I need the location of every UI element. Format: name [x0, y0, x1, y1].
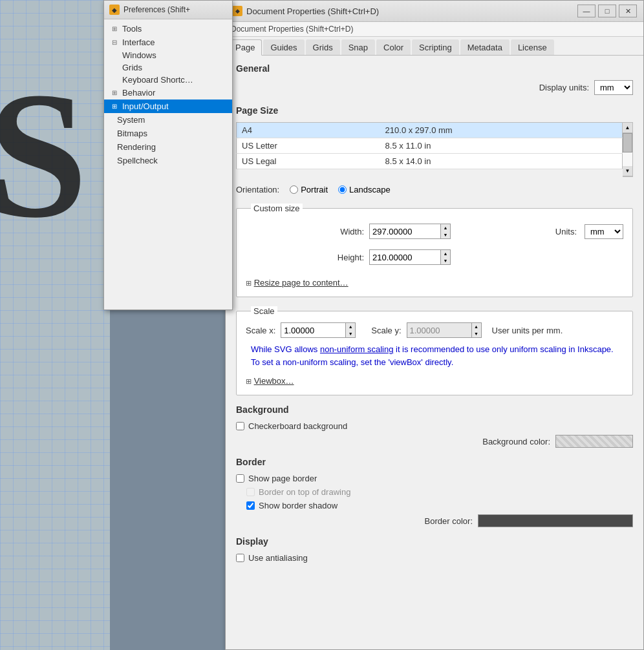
- units-label-right: Units:: [555, 227, 577, 236]
- size-dims-a4: 210.0 x 297.0 mm: [380, 123, 623, 138]
- display-section: Display Use antialiasing: [236, 536, 633, 563]
- docprops-title1: Document Properties (Shift+Ctrl+D): [246, 6, 379, 16]
- sidebar-item-spellcheck[interactable]: Spellcheck: [104, 154, 232, 167]
- scale-x-input-wrap: ▲ ▼: [281, 322, 356, 338]
- background-title: Background: [236, 404, 633, 415]
- sidebar-item-input-output[interactable]: ⊞ Input/Output: [104, 100, 232, 113]
- scale-y-increment-btn[interactable]: ▲: [472, 323, 481, 330]
- background-color-row: Background color:: [236, 435, 633, 448]
- width-decrement-btn[interactable]: ▼: [441, 231, 450, 238]
- table-row[interactable]: A4 210.0 x 297.0 mm: [237, 123, 623, 138]
- sidebar-item-tools[interactable]: ⊞ Tools: [104, 22, 232, 36]
- tab-scripting[interactable]: Scripting: [412, 39, 459, 55]
- border-color-swatch[interactable]: [478, 514, 633, 527]
- sidebar-item-keyboard[interactable]: Keyboard Shortc…: [104, 74, 232, 86]
- scale-x-decrement-btn[interactable]: ▼: [346, 330, 355, 337]
- width-input[interactable]: [369, 224, 440, 239]
- height-input-wrap: ▲ ▼: [369, 249, 451, 265]
- orientation-label: Orientation:: [236, 185, 279, 194]
- portrait-radio[interactable]: [290, 185, 298, 194]
- sidebar-item-windows[interactable]: Windows: [104, 49, 232, 61]
- expand-icon-behavior: ⊞: [112, 89, 120, 96]
- sidebar-item-label-keyboard: Keyboard Shortc…: [122, 75, 193, 85]
- scale-y-spinner: ▲ ▼: [471, 322, 482, 338]
- sidebar-item-label-system: System: [117, 115, 145, 125]
- preferences-window: ◆ Preferences (Shift+ ⊞ Tools ⊟ Interfac…: [103, 0, 233, 310]
- tab-page[interactable]: Page: [228, 39, 262, 56]
- non-uniform-link[interactable]: non-uniform scaling: [320, 344, 393, 354]
- scroll-up-btn[interactable]: ▲: [623, 123, 632, 133]
- sidebar-item-rendering[interactable]: Rendering: [104, 140, 232, 154]
- tab-license[interactable]: License: [511, 39, 554, 55]
- sidebar-item-system[interactable]: System: [104, 113, 232, 127]
- sidebar-item-interface[interactable]: ⊟ Interface: [104, 36, 232, 49]
- tab-snap[interactable]: Snap: [341, 39, 375, 55]
- show-shadow-checkbox[interactable]: [246, 501, 255, 510]
- page-size-table: A4 210.0 x 297.0 mm US Letter 8.5 x 11.0…: [236, 122, 623, 169]
- show-border-label: Show page border: [248, 474, 317, 483]
- scroll-thumb[interactable]: [623, 133, 632, 152]
- docprops-title-icon: ◆: [232, 6, 242, 16]
- expand-icon-inputoutput: ⊞: [112, 103, 120, 110]
- height-decrement-btn[interactable]: ▼: [441, 257, 450, 264]
- scale-x-input[interactable]: [281, 322, 345, 338]
- table-row[interactable]: US Letter 8.5 x 11.0 in: [237, 138, 623, 154]
- sidebar-item-label-behavior: Behavior: [122, 88, 155, 98]
- display-units-select[interactable]: mm px in cm pt pc: [594, 80, 633, 95]
- width-label: Width:: [328, 227, 364, 236]
- sidebar-item-label-bitmaps: Bitmaps: [117, 129, 147, 138]
- tab-metadata[interactable]: Metadata: [460, 39, 510, 55]
- size-name-a4: A4: [237, 123, 380, 138]
- tab-guides[interactable]: Guides: [263, 39, 304, 55]
- canvas-symbol: S: [0, 65, 88, 246]
- background-color-label: Background color:: [482, 437, 550, 446]
- border-top-row: Border on top of drawing: [246, 487, 633, 497]
- scale-row: Scale x: ▲ ▼ Scale y: ▲ ▼ User uni: [246, 322, 623, 338]
- display-title: Display: [236, 536, 633, 547]
- table-row[interactable]: US Legal 8.5 x 14.0 in: [237, 154, 623, 169]
- sidebar-item-label-tools: Tools: [122, 24, 142, 34]
- antialiasing-checkbox[interactable]: [236, 554, 244, 562]
- sidebar-item-bitmaps[interactable]: Bitmaps: [104, 127, 232, 140]
- landscape-option[interactable]: Landscape: [338, 185, 391, 194]
- close-button[interactable]: ✕: [619, 5, 637, 17]
- scroll-down-btn[interactable]: ▼: [623, 166, 632, 176]
- width-increment-btn[interactable]: ▲: [441, 224, 450, 231]
- resize-expand-icon: ⊞: [246, 279, 252, 287]
- landscape-radio[interactable]: [338, 185, 347, 194]
- viewbox-expand-icon: ⊞: [246, 377, 252, 385]
- background-color-swatch[interactable]: [555, 435, 633, 448]
- prefs-title-icon: ◆: [109, 5, 120, 15]
- tab-grids[interactable]: Grids: [306, 39, 340, 55]
- prefs-title: Preferences (Shift+: [123, 5, 190, 14]
- border-title: Border: [236, 457, 633, 467]
- size-name-uslegal: US Legal: [237, 154, 380, 169]
- scale-y-input[interactable]: [407, 322, 471, 338]
- scale-units-suffix: User units per mm.: [492, 326, 563, 335]
- custom-size-units-select[interactable]: mm px in cm: [585, 224, 623, 239]
- height-input[interactable]: [369, 249, 440, 265]
- scale-x-increment-btn[interactable]: ▲: [346, 323, 355, 330]
- scale-x-spinner: ▲ ▼: [345, 322, 356, 338]
- tab-color[interactable]: Color: [376, 39, 411, 55]
- width-row: Width: ▲ ▼ Units: mm px in cm: [246, 224, 623, 239]
- sidebar-item-behavior[interactable]: ⊞ Behavior: [104, 86, 232, 100]
- minimize-button[interactable]: —: [577, 5, 596, 17]
- resize-link[interactable]: Resize page to content…: [254, 275, 349, 290]
- viewbox-link[interactable]: Viewbox…: [254, 373, 294, 388]
- width-spinner: ▲ ▼: [440, 224, 451, 239]
- page-size-scrollbar[interactable]: ▲ ▼: [623, 122, 633, 177]
- custom-size-legend: Custom size: [251, 204, 303, 213]
- height-increment-btn[interactable]: ▲: [441, 250, 450, 257]
- orientation-row: Orientation: Portrait Landscape: [236, 185, 633, 194]
- prefs-titlebar: ◆ Preferences (Shift+: [104, 1, 232, 19]
- checkerboard-checkbox[interactable]: [236, 422, 244, 430]
- portrait-option[interactable]: Portrait: [290, 185, 328, 194]
- maximize-button[interactable]: □: [598, 5, 616, 17]
- sidebar-item-grids[interactable]: Grids: [104, 61, 232, 74]
- scale-y-decrement-btn[interactable]: ▼: [472, 330, 481, 337]
- canvas-background: S: [0, 0, 110, 650]
- antialiasing-row: Use antialiasing: [236, 553, 633, 563]
- window-controls: — □ ✕: [577, 5, 637, 17]
- show-border-checkbox[interactable]: [236, 474, 244, 483]
